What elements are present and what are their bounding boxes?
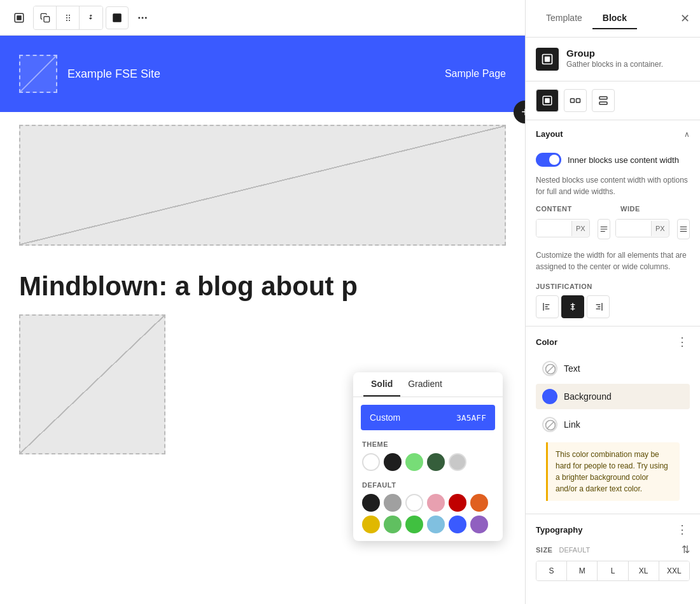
nested-desc: Nested blocks use content width with opt… [526, 172, 700, 205]
style-group-button[interactable] [536, 89, 559, 112]
size-s-button[interactable]: S [536, 561, 567, 580]
block-icon [536, 48, 559, 71]
wide-align-button[interactable] [677, 219, 690, 239]
swatch-default-pink[interactable] [427, 494, 445, 512]
block-copy-button[interactable] [34, 6, 57, 29]
swatch-white[interactable] [362, 453, 380, 471]
background-color-label: Background [564, 391, 612, 402]
svg-rect-1 [17, 15, 22, 20]
color-section: Color ⋮ Text Background Link This color … [526, 327, 700, 514]
color-option-text[interactable]: Text [536, 356, 690, 381]
swatch-default-yellow[interactable] [362, 516, 380, 533]
block-name: Group [566, 48, 663, 59]
size-buttons: S M L XL XXL [536, 561, 690, 581]
site-nav: Sample Page [445, 68, 506, 80]
tab-solid[interactable]: Solid [363, 372, 400, 397]
swatch-default-lightgreen[interactable] [384, 516, 402, 533]
tab-block[interactable]: Block [592, 8, 637, 29]
site-logo [19, 55, 57, 93]
swatch-default-blue[interactable] [449, 516, 466, 533]
svg-point-10 [138, 17, 140, 18]
layout-title: Layout [536, 129, 563, 139]
svg-point-11 [142, 17, 144, 18]
swatch-black[interactable] [384, 453, 402, 471]
text-color-label: Text [564, 363, 580, 374]
customize-text: Customize the width for all elements tha… [526, 247, 700, 280]
color-more-button[interactable]: ⋮ [675, 334, 690, 349]
default-swatches [353, 494, 503, 541]
swatch-default-orange[interactable] [470, 494, 488, 512]
block-move-button[interactable] [80, 6, 102, 29]
size-l-button[interactable]: L [598, 561, 628, 580]
swatch-green[interactable] [405, 453, 423, 471]
wide-input-wrap: PX [615, 219, 669, 237]
swatch-gray[interactable] [449, 453, 466, 471]
swatch-default-gray[interactable] [384, 494, 402, 512]
justify-right-button[interactable] [587, 295, 610, 318]
swatch-default-white[interactable] [405, 494, 423, 512]
svg-rect-16 [545, 98, 550, 103]
svg-rect-18 [577, 99, 580, 102]
default-label: DEFAULT [353, 479, 503, 494]
swatch-default-black[interactable] [362, 494, 380, 512]
svg-point-8 [69, 20, 70, 21]
color-section-top: Color ⋮ [536, 334, 690, 349]
theme-label: THEME [353, 438, 503, 453]
add-block-button[interactable]: + [514, 101, 525, 123]
panel-close-button[interactable]: ✕ [680, 13, 690, 24]
color-heading: Color [536, 337, 557, 347]
content-width-input[interactable] [536, 220, 571, 237]
content-input-wrap: PX [536, 219, 590, 237]
background-color-dot [542, 389, 557, 404]
size-default-label: DEFAULT [559, 546, 590, 554]
wide-unit: PX [651, 221, 669, 236]
color-custom-swatch[interactable]: Custom 3A5AFF [361, 405, 495, 430]
svg-point-4 [69, 15, 70, 16]
justify-left-button[interactable] [536, 295, 559, 318]
svg-rect-20 [599, 102, 607, 104]
layout-section: Layout ∧ Inner blocks use content width … [526, 120, 700, 327]
panel-header: Template Block ✕ [526, 0, 700, 38]
swatch-darkgreen[interactable] [427, 453, 445, 471]
site-title: Example FSE Site [67, 67, 160, 81]
tab-template[interactable]: Template [536, 8, 592, 29]
block-more-button[interactable] [131, 6, 154, 29]
svg-point-12 [145, 17, 147, 18]
size-label: SIZE [536, 546, 552, 554]
svg-rect-9 [113, 13, 122, 22]
placeholder-image-small [19, 314, 165, 454]
size-xl-button[interactable]: XL [629, 561, 659, 580]
swatch-default-red[interactable] [449, 494, 466, 512]
block-color-button[interactable] [106, 6, 129, 29]
justification-buttons [536, 295, 690, 318]
svg-rect-14 [545, 57, 550, 62]
typography-more-button[interactable]: ⋮ [675, 522, 690, 537]
width-labels-row: CONTENT WIDE [526, 205, 700, 216]
tab-gradient[interactable]: Gradient [400, 372, 450, 397]
style-row-button[interactable] [564, 89, 587, 112]
content-width-toggle[interactable] [536, 153, 561, 167]
block-drag-button[interactable] [57, 6, 80, 29]
content-label: CONTENT [536, 205, 605, 213]
color-custom-label: Custom [370, 412, 400, 423]
editor-toolbar [0, 0, 525, 36]
layout-section-header[interactable]: Layout ∧ [526, 120, 700, 148]
color-picker-tabs: Solid Gradient [353, 372, 503, 397]
size-xxl-button[interactable]: XXL [659, 561, 689, 580]
justify-center-button[interactable] [561, 295, 584, 318]
svg-line-22 [547, 366, 554, 372]
color-option-link[interactable]: Link [536, 412, 690, 437]
typography-heading: Typography [536, 525, 582, 535]
content-align-button[interactable] [598, 219, 610, 239]
style-stack-button[interactable] [592, 89, 615, 112]
wide-label: WIDE [620, 205, 690, 213]
wide-width-input[interactable] [616, 220, 651, 237]
size-m-button[interactable]: M [567, 561, 598, 580]
swatch-default-lightblue[interactable] [427, 516, 445, 533]
svg-rect-19 [599, 97, 607, 99]
size-adjust-button[interactable]: ⇅ [682, 544, 690, 556]
swatch-default-green2[interactable] [405, 516, 423, 533]
select-parent-button[interactable] [8, 6, 31, 29]
color-option-background[interactable]: Background [536, 384, 690, 409]
swatch-default-purple[interactable] [470, 516, 488, 533]
